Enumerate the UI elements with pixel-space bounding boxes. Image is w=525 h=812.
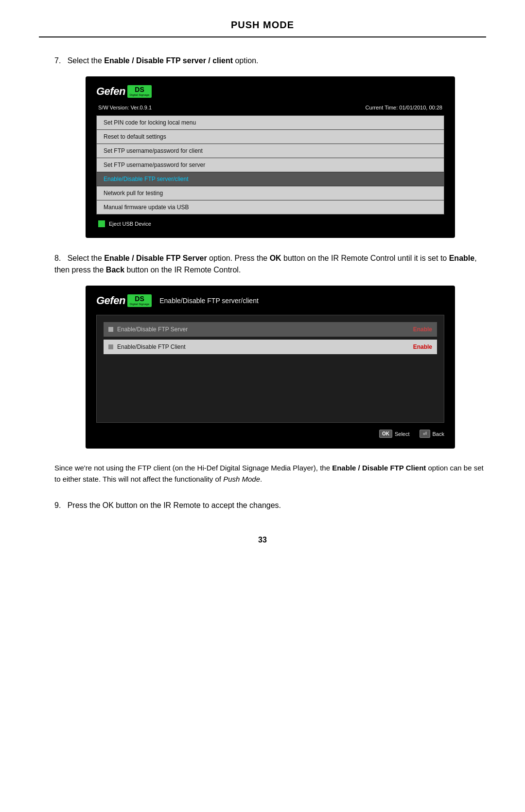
- screen2-header: Gefen DS Digital Signage Enable/Disable …: [96, 294, 444, 307]
- ftp-client-indicator: [108, 344, 113, 349]
- gefen-logo-2: Gefen DS Digital Signage: [96, 294, 152, 307]
- screen2-footer: OK Select ⏎ Back: [96, 430, 444, 438]
- step9-number: 9.: [54, 501, 65, 509]
- step8-text: 8. Select the Enable / Disable FTP Serve…: [54, 253, 486, 276]
- back-label: Back: [433, 431, 444, 437]
- page-title: PUSH MODE: [39, 19, 486, 37]
- step7-text: 7. Select the Enable / Disable FTP serve…: [54, 55, 486, 67]
- para-bold1: Enable / Disable FTP Client: [332, 464, 426, 472]
- ftp-server-row[interactable]: Enable/Disable FTP Server Enable: [104, 322, 437, 337]
- page-number: 33: [39, 536, 486, 544]
- current-time: Current Time: 01/01/2010, 00:28: [366, 105, 442, 110]
- step-9: 9. Press the OK button on the IR Remote …: [39, 500, 486, 511]
- step9-text: 9. Press the OK button on the IR Remote …: [54, 500, 486, 511]
- ftp-client-row[interactable]: Enable/Disable FTP Client Enable: [104, 340, 437, 354]
- gefen-ds-badge: DS Digital Signage: [127, 85, 152, 98]
- gefen-wordmark-2: Gefen: [96, 294, 125, 307]
- step8-ok: OK: [270, 254, 281, 262]
- menu-item-network-pull: Network pull for testing: [97, 186, 444, 200]
- step7-bold: Enable / Disable FTP server / client: [104, 56, 233, 65]
- eject-usb-area: Eject USB Device: [96, 220, 444, 227]
- ok-key: OK: [379, 430, 392, 438]
- step-7: 7. Select the Enable / Disable FTP serve…: [39, 55, 486, 238]
- ftp-panel: Enable/Disable FTP Server Enable Enable/…: [96, 315, 444, 423]
- para-italic1: Push Mode: [223, 475, 260, 483]
- menu-item-pin: Set PIN code for locking local menu: [97, 116, 444, 130]
- gefen-header-1: Gefen DS Digital Signage: [96, 85, 444, 98]
- ftp-server-value: Enable: [413, 326, 432, 333]
- ftp-client-value: Enable: [413, 343, 432, 350]
- step8-number: 8.: [54, 254, 65, 262]
- ftp-server-indicator: [108, 327, 113, 332]
- menu-item-ftp-client-cred: Set FTP username/password for client: [97, 144, 444, 158]
- menu-item-reset: Reset to default settings: [97, 130, 444, 144]
- step8-bold1: Enable / Disable FTP Server: [104, 254, 207, 262]
- menu-item-ftp-server-cred: Set FTP username/password for server: [97, 158, 444, 172]
- step8-back: Back: [106, 266, 124, 274]
- gefen-ds-badge-2: DS Digital Signage: [127, 294, 152, 307]
- ftp-client-label: Enable/Disable FTP Client: [117, 343, 186, 350]
- ftp-spacer: [104, 357, 437, 415]
- back-icon: ⏎: [420, 430, 430, 438]
- step7-number: 7.: [54, 56, 65, 65]
- eject-square-icon: [98, 220, 105, 227]
- gefen-wordmark: Gefen: [96, 85, 125, 98]
- menu-item-firmware: Manual firmware update via USB: [97, 200, 444, 214]
- screen-mockup-2: Gefen DS Digital Signage Enable/Disable …: [86, 286, 455, 449]
- step8-enable: Enable: [449, 254, 474, 262]
- screen-info-bar-1: S/W Version: Ver.0.9.1 Current Time: 01/…: [96, 105, 444, 110]
- menu-item-enable-disable[interactable]: Enable/Disable FTP server/client: [97, 172, 444, 186]
- screen2-title: Enable/Disable FTP server/client: [159, 297, 259, 305]
- ok-label: Select: [395, 431, 410, 437]
- ftp-server-label: Enable/Disable FTP Server: [117, 326, 188, 333]
- eject-label: Eject USB Device: [109, 221, 151, 227]
- para-ftp-client: Since we're not using the FTP client (on…: [54, 462, 486, 485]
- step-8: 8. Select the Enable / Disable FTP Serve…: [39, 253, 486, 485]
- sw-version: S/W Version: Ver.0.9.1: [98, 105, 152, 110]
- menu-list: Set PIN code for locking local menu Rese…: [96, 115, 444, 215]
- screen-mockup-1: Gefen DS Digital Signage S/W Version: Ve…: [86, 76, 455, 238]
- gefen-logo-1: Gefen DS Digital Signage: [96, 85, 152, 98]
- back-btn-area[interactable]: ⏎ Back: [420, 430, 444, 438]
- ok-btn-area[interactable]: OK Select: [379, 430, 410, 438]
